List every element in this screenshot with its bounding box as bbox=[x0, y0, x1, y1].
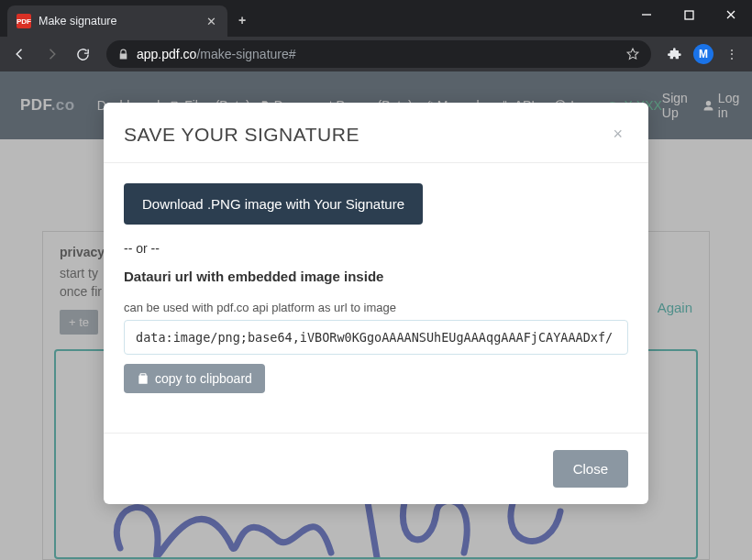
modal-close-icon[interactable]: × bbox=[607, 123, 628, 146]
datauri-heading: Datauri url with embedded image inside bbox=[124, 269, 628, 284]
datauri-hint: can be used with pdf.co api platform as … bbox=[124, 301, 628, 314]
browser-tab[interactable]: PDF Make signature ✕ bbox=[7, 5, 227, 37]
url-host: app.pdf.co bbox=[137, 47, 196, 61]
modal-overlay: SAVE YOUR SIGNATURE × Download .PNG imag… bbox=[0, 71, 752, 560]
window-controls bbox=[625, 0, 752, 29]
maximize-icon[interactable] bbox=[668, 0, 710, 29]
tab-close-icon[interactable]: ✕ bbox=[205, 13, 218, 30]
new-tab-button[interactable]: + bbox=[238, 13, 246, 27]
lock-icon bbox=[117, 49, 129, 60]
copy-to-clipboard-button[interactable]: copy to clipboard bbox=[124, 364, 265, 393]
modal-header: SAVE YOUR SIGNATURE × bbox=[104, 103, 648, 163]
datauri-input[interactable] bbox=[124, 320, 628, 355]
reload-icon[interactable] bbox=[70, 41, 95, 67]
or-divider: -- or -- bbox=[124, 241, 628, 256]
save-signature-modal: SAVE YOUR SIGNATURE × Download .PNG imag… bbox=[104, 103, 648, 504]
minimize-icon[interactable] bbox=[625, 0, 668, 29]
browser-toolbar: app.pdf.co/make-signature# M ⋮ bbox=[0, 37, 752, 71]
profile-avatar[interactable]: M bbox=[693, 44, 713, 64]
back-icon[interactable] bbox=[7, 41, 33, 67]
modal-body: Download .PNG image with Your Signature … bbox=[104, 163, 648, 433]
modal-title: SAVE YOUR SIGNATURE bbox=[124, 124, 359, 146]
extensions-icon[interactable] bbox=[662, 41, 688, 67]
close-button[interactable]: Close bbox=[553, 450, 628, 488]
forward-icon[interactable] bbox=[39, 41, 64, 67]
clipboard-icon bbox=[137, 372, 149, 385]
tab-title: Make signature bbox=[39, 15, 205, 27]
copy-label: copy to clipboard bbox=[155, 371, 252, 386]
address-bar[interactable]: app.pdf.co/make-signature# bbox=[106, 40, 651, 68]
close-window-icon[interactable] bbox=[710, 0, 752, 29]
modal-footer: Close bbox=[104, 433, 648, 504]
url-path: /make-signature# bbox=[196, 47, 295, 61]
svg-rect-1 bbox=[685, 11, 693, 19]
browser-menu-icon[interactable]: ⋮ bbox=[719, 41, 745, 67]
download-png-button[interactable]: Download .PNG image with Your Signature bbox=[124, 183, 423, 225]
bookmark-star-icon[interactable] bbox=[625, 47, 640, 61]
tab-favicon: PDF bbox=[17, 14, 31, 28]
browser-titlebar: PDF Make signature ✕ + bbox=[0, 0, 752, 37]
